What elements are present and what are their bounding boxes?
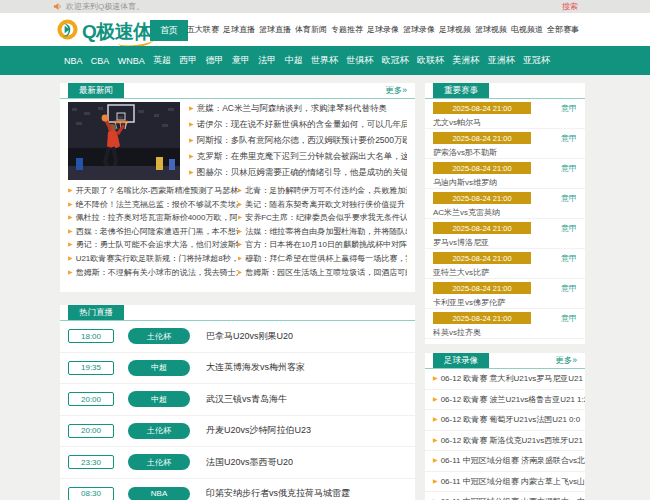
video-link[interactable]: 06-11 中冠区域分组赛 内蒙古草上飞vs山... [441, 477, 585, 486]
tab-important-matches[interactable]: 重要赛事 [433, 83, 489, 98]
main-nav-item[interactable]: 体育新闻 [295, 24, 327, 35]
video-link[interactable]: 06-11 中冠区域分组赛 济南泉盛联合vs北... [441, 456, 585, 465]
video-item[interactable]: ▶06-11 中冠区域分组赛 山西太理毅大vs内... [425, 492, 585, 500]
news-link[interactable]: 官方：日本将在10月10日的麒麟挑战杯中对阵... [245, 240, 407, 249]
live-row[interactable]: 20:00 土伦杯 丹麦U20vs沙特阿拉伯U23 [60, 416, 415, 448]
news-item[interactable]: ▶穆勒：拜仁希望在世俱杯上赢得每一场比赛，我... [238, 252, 408, 266]
news-link[interactable]: 阿斯报：多队有意阿格尔德，西汉姆联预计要价2500万欧 [197, 135, 407, 145]
news-link[interactable]: 西媒：老佛爷担心阿隆索遭遇开门黑，本不想让... [76, 227, 238, 236]
match-link[interactable]: 印第安纳步行者vs俄克拉荷马城雷霆 [206, 487, 350, 500]
main-nav-item[interactable]: 全部赛事 [547, 24, 579, 35]
match-name[interactable]: 罗马vs博洛尼亚 [433, 237, 577, 248]
match-name[interactable]: AC米兰vs克雷莫纳 [433, 207, 577, 218]
important-match-item[interactable]: 2025-08-24 21:00 意甲 卡利亚里vs佛罗伦萨 [425, 279, 585, 309]
news-item[interactable]: ▶法媒：维拉蒂将自由身加盟杜海勒，并将随队出... [238, 225, 408, 239]
league-nav-item[interactable]: 美洲杯 [452, 54, 479, 67]
news-link[interactable]: 克罗斯：在弗里克麾下迟到三分钟就会被踢出大名单，这在皇马... [197, 151, 407, 161]
video-link[interactable]: 06-12 欧青赛 斯洛伐克U21vs西班牙U21 ... [441, 436, 585, 445]
news-link[interactable]: U21欧青赛实行欧足联新规：门将持球超8秒，... [76, 254, 238, 263]
news-link[interactable]: 美记：随着东契奇离开欧文对独行侠价值提升，... [245, 200, 407, 209]
league-nav-item[interactable]: 亚冠杯 [523, 54, 550, 67]
main-nav-item[interactable]: 专题推荐 [331, 24, 363, 35]
news-link[interactable]: 安养FC主席：纪律委员会似乎要求我无条件认错... [245, 213, 407, 222]
important-match-item[interactable]: 2025-08-24 21:00 意甲 亚特兰大vs比萨 [425, 249, 585, 279]
news-link[interactable]: 佩杜拉：拉齐奥对塔瓦雷斯标价4000万欧，阿... [76, 213, 238, 222]
news-item[interactable]: ▶佩杜拉：拉齐奥对塔瓦雷斯标价4000万欧，阿... [68, 211, 238, 225]
league-nav-item[interactable]: 欧联杯 [417, 54, 444, 67]
main-nav-item[interactable]: 五大联赛 [187, 24, 219, 35]
league-nav-item[interactable]: WNBA [118, 56, 145, 66]
news-photo[interactable] [68, 102, 180, 180]
live-row[interactable]: 20:00 中超 武汉三镇vs青岛海牛 [60, 384, 415, 416]
video-item[interactable]: ▶06-11 中冠区域分组赛 济南泉盛联合vs北... [425, 451, 585, 472]
match-name[interactable]: 科莫vs拉齐奥 [433, 327, 577, 338]
news-link[interactable]: 图赫尔：贝林厄姆需要正确的情绪引导，他是成功的关键因素 [197, 167, 407, 177]
news-item[interactable]: ▶意媒：AC米兰与阿森纳谈判，求购津琴科代替特奥 [189, 103, 407, 115]
video-item[interactable]: ▶06-12 欧青赛 斯洛伐克U21vs西班牙U21 ... [425, 431, 585, 452]
nav-home-button[interactable]: 首页 [150, 20, 188, 41]
video-link[interactable]: 06-12 欧青赛 葡萄牙U21vs法国U21 0:0 [441, 415, 581, 424]
news-item[interactable]: ▶北青：足协解聘伊万可不付违约金，兵败雅加达... [238, 184, 408, 198]
league-nav-item[interactable]: 亚洲杯 [488, 54, 515, 67]
league-nav-item[interactable]: 德甲 [206, 54, 224, 67]
news-item[interactable]: ▶美记：随着东契奇离开欧文对独行侠价值提升，... [238, 198, 408, 212]
league-nav-item[interactable]: 西甲 [179, 54, 197, 67]
news-item[interactable]: ▶阿斯报：多队有意阿格尔德，西汉姆联预计要价2500万欧 [189, 135, 407, 147]
important-match-item[interactable]: 2025-08-24 21:00 意甲 萨索洛vs那不勒斯 [425, 129, 585, 159]
league-nav-item[interactable]: 中超 [285, 54, 303, 67]
league-nav-item[interactable]: 法甲 [258, 54, 276, 67]
main-nav-item[interactable]: 足球视频 [439, 24, 471, 35]
videos-more-link[interactable]: 更多» [555, 355, 577, 367]
news-item[interactable]: ▶诺伊尔：现在说不好新世俱杯的含金量如何，可以几年后再看看 [189, 119, 407, 131]
live-row[interactable]: 19:35 中超 大连英博海发vs梅州客家 [60, 353, 415, 385]
news-more-link[interactable]: 更多» [385, 85, 407, 97]
video-item[interactable]: ▶06-12 欧青赛 意大利U21vs罗马尼亚U21 ... [425, 369, 585, 390]
news-link[interactable]: 詹姆斯：不理解有关小球市的说法，我去骑士之... [76, 268, 238, 277]
news-link[interactable]: 穆勒：拜仁希望在世俱杯上赢得每一场比赛，我... [245, 254, 407, 263]
video-link[interactable]: 06-12 欧青赛 意大利U21vs罗马尼亚U21 ... [441, 374, 585, 383]
live-row[interactable]: 23:30 土伦杯 法国U20vs墨西哥U20 [60, 447, 415, 479]
match-name[interactable]: 萨索洛vs那不勒斯 [433, 147, 577, 158]
tab-football-videos[interactable]: 足球录像 [433, 353, 489, 368]
live-row[interactable]: 08:30 NBA 印第安纳步行者vs俄克拉荷马城雷霆 [60, 479, 415, 500]
main-nav-item[interactable]: 篮球视频 [475, 24, 507, 35]
news-item[interactable]: ▶图赫尔：贝林厄姆需要正确的情绪引导，他是成功的关键因素 [189, 167, 407, 179]
league-nav-item[interactable]: 世俱杯 [346, 54, 373, 67]
match-link[interactable]: 法国U20vs墨西哥U20 [206, 456, 293, 469]
news-item[interactable]: ▶西媒：老佛爷担心阿隆索遭遇开门黑，本不想让... [68, 225, 238, 239]
match-name[interactable]: 卡利亚里vs佛罗伦萨 [433, 297, 577, 308]
news-item[interactable]: ▶克罗斯：在弗里克麾下迟到三分钟就会被踢出大名单，这在皇马... [189, 151, 407, 163]
news-link[interactable]: 勇记：勇士队可能不会追求大洛，他们对波斯特... [76, 240, 238, 249]
main-nav-item[interactable]: 篮球直播 [259, 24, 291, 35]
main-nav-item[interactable]: 电视频道 [511, 24, 543, 35]
match-name[interactable]: 乌迪内斯vs维罗纳 [433, 177, 577, 188]
league-nav-item[interactable]: CBA [91, 56, 110, 66]
news-item[interactable]: ▶开天眼了？名嘴比尔-西蒙斯精准预测了马瑟林G... [68, 184, 238, 198]
match-name[interactable]: 尤文vs帕尔马 [433, 117, 577, 128]
news-item[interactable]: ▶安养FC主席：纪律委员会似乎要求我无条件认错... [238, 211, 408, 225]
match-link[interactable]: 巴拿马U20vs刚果U20 [206, 330, 293, 343]
news-link[interactable]: 詹姆斯：园区生活场上互喷垃圾话，回酒店可能... [245, 268, 407, 277]
tab-latest-news[interactable]: 最新新闻 [68, 83, 124, 98]
news-item[interactable]: ▶绝不降价！法兰克福总监：报价不够就不卖埃基... [68, 198, 238, 212]
important-match-item[interactable]: 2025-08-24 21:00 意甲 尤文vs帕尔马 [425, 99, 585, 129]
news-link[interactable]: 诺伊尔：现在说不好新世俱杯的含金量如何，可以几年后再看看 [197, 119, 407, 129]
video-item[interactable]: ▶06-12 欧青赛 葡萄牙U21vs法国U21 0:0 [425, 410, 585, 431]
news-item[interactable]: ▶官方：日本将在10月10日的麒麟挑战杯中对阵... [238, 238, 408, 252]
news-item[interactable]: ▶詹姆斯：不理解有关小球市的说法，我去骑士之... [68, 266, 238, 280]
match-name[interactable]: 亚特兰大vs比萨 [433, 267, 577, 278]
news-item[interactable]: ▶勇记：勇士队可能不会追求大洛，他们对波斯特... [68, 238, 238, 252]
match-link[interactable]: 大连英博海发vs梅州客家 [206, 361, 305, 374]
news-link[interactable]: 开天眼了？名嘴比尔-西蒙斯精准预测了马瑟林G... [76, 186, 238, 195]
important-match-item[interactable]: 2025-08-24 21:00 意甲 乌迪内斯vs维罗纳 [425, 159, 585, 189]
news-link[interactable]: 意媒：AC米兰与阿森纳谈判，求购津琴科代替特奥 [197, 103, 387, 113]
league-nav-item[interactable]: 英超 [153, 54, 171, 67]
important-match-item[interactable]: 2025-08-24 21:00 意甲 AC米兰vs克雷莫纳 [425, 189, 585, 219]
live-row[interactable]: 18:00 土伦杯 巴拿马U20vs刚果U20 [60, 321, 415, 353]
news-link[interactable]: 绝不降价！法兰克福总监：报价不够就不卖埃基... [76, 200, 238, 209]
search-link[interactable]: 搜索 [562, 0, 578, 13]
main-nav-item[interactable]: 足球直播 [223, 24, 255, 35]
video-item[interactable]: ▶06-11 中冠区域分组赛 内蒙古草上飞vs山... [425, 472, 585, 493]
tab-hot-live[interactable]: 热门直播 [68, 305, 124, 320]
main-nav-item[interactable]: 足球录像 [367, 24, 399, 35]
